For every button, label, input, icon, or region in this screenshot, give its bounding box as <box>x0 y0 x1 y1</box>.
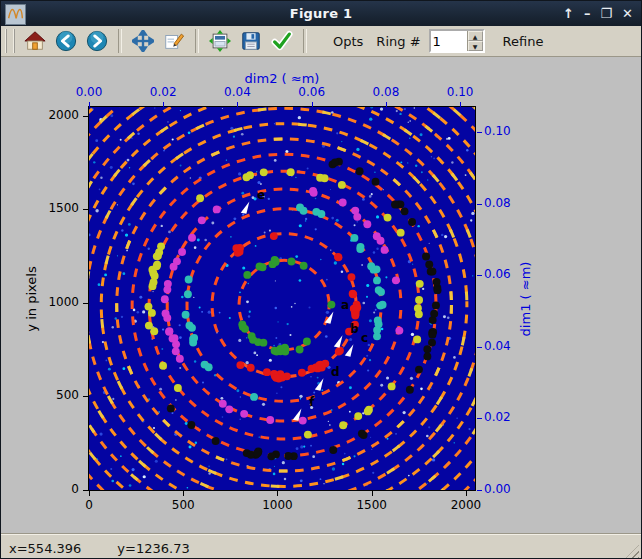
cursor-y-readout: y=1236.73 <box>117 541 189 556</box>
opts-button[interactable]: Opts <box>328 34 368 49</box>
statusbar: x=554.396 y=1236.73 <box>1 534 641 559</box>
tick-label: 0.00 <box>484 482 528 496</box>
tick-mark <box>477 490 482 491</box>
tick-label: 0 <box>27 482 79 496</box>
tick-label: 1000 <box>252 498 302 512</box>
top-axis-label: dim2 ( ≈m) <box>89 71 475 86</box>
tick-mark <box>83 303 88 304</box>
forward-button[interactable] <box>83 27 111 55</box>
titlebar[interactable]: Figure 1 ↑ – ❐ ✕ <box>1 1 641 26</box>
tick-label: 0.00 <box>69 85 109 99</box>
back-icon <box>55 30 77 52</box>
maximize-button[interactable]: ❐ <box>600 1 612 26</box>
tick-mark <box>277 491 278 496</box>
tick-mark <box>312 102 313 107</box>
toolbar-separator <box>118 29 122 53</box>
toolbar-drag-handle[interactable] <box>5 29 15 53</box>
ring-number-label: Ring # <box>371 34 425 49</box>
forward-icon <box>86 30 108 52</box>
cursor-x-readout: x=554.396 <box>9 541 81 556</box>
resize-grip[interactable] <box>625 545 639 559</box>
apply-check-icon <box>271 30 293 52</box>
tick-label: 2000 <box>441 498 491 512</box>
tick-label: 0.04 <box>217 85 257 99</box>
plot-canvas[interactable]: abcdef <box>88 106 476 491</box>
tick-mark <box>237 102 238 107</box>
tick-mark <box>477 204 482 205</box>
tick-label: 0.10 <box>484 124 528 138</box>
shade-button[interactable]: ↑ <box>563 1 574 26</box>
figure-window: Figure 1 ↑ – ❐ ✕ <box>0 0 642 559</box>
toolbar-separator <box>195 29 199 53</box>
tick-mark <box>477 418 482 419</box>
tick-mark <box>83 116 88 117</box>
tick-label: 0.08 <box>366 85 406 99</box>
svg-text:f: f <box>309 395 315 409</box>
refine-button[interactable]: Refine <box>498 34 549 49</box>
toolbar-separator <box>303 29 307 53</box>
tick-mark <box>89 102 90 107</box>
tick-mark <box>89 491 90 496</box>
tick-label: 0.02 <box>143 85 183 99</box>
tick-mark <box>460 102 461 107</box>
tick-label: 1500 <box>27 201 79 215</box>
tick-mark <box>477 347 482 348</box>
tick-mark <box>183 491 184 496</box>
window-title: Figure 1 <box>1 6 641 21</box>
tick-mark <box>83 209 88 210</box>
minimize-button[interactable]: – <box>584 1 591 26</box>
tick-label: 0.02 <box>484 410 528 424</box>
ring-number-input[interactable] <box>431 31 467 51</box>
close-button[interactable]: ✕ <box>622 1 633 26</box>
edit-icon <box>163 30 185 52</box>
apply-button[interactable] <box>268 27 296 55</box>
tick-label: 1000 <box>27 295 79 309</box>
toolbar: Opts Ring # ▲ ▼ Refine <box>1 26 641 57</box>
tick-mark <box>466 491 467 496</box>
tick-label: 0 <box>64 498 114 512</box>
spin-up-button[interactable]: ▲ <box>468 31 483 41</box>
tick-label: 1500 <box>347 498 397 512</box>
tick-label: 500 <box>27 388 79 402</box>
tick-mark <box>386 102 387 107</box>
tick-mark <box>372 491 373 496</box>
tick-mark <box>477 132 482 133</box>
tick-label: 0.10 <box>440 85 480 99</box>
tick-label: 0.06 <box>292 85 332 99</box>
back-button[interactable] <box>52 27 80 55</box>
home-icon <box>24 30 46 52</box>
spin-down-button[interactable]: ▼ <box>468 41 483 51</box>
tick-label: 0.08 <box>484 196 528 210</box>
save-icon <box>240 30 262 52</box>
tick-label: 0.04 <box>484 339 528 353</box>
tick-mark <box>163 102 164 107</box>
svg-text:c: c <box>361 331 368 345</box>
subplots-icon <box>209 30 231 52</box>
svg-text:d: d <box>331 365 340 379</box>
tick-mark <box>477 275 482 276</box>
tick-label: 2000 <box>27 108 79 122</box>
svg-text:b: b <box>350 322 359 336</box>
tick-label: 500 <box>158 498 208 512</box>
save-button[interactable] <box>237 27 265 55</box>
edit-button[interactable] <box>160 27 188 55</box>
svg-text:e: e <box>257 188 265 202</box>
tick-mark <box>83 396 88 397</box>
pan-icon <box>132 30 154 52</box>
home-button[interactable] <box>21 27 49 55</box>
svg-text:a: a <box>341 298 349 312</box>
configure-subplots-button[interactable] <box>206 27 234 55</box>
tick-mark <box>83 490 88 491</box>
tick-label: 0.06 <box>484 267 528 281</box>
ring-number-spinbox[interactable]: ▲ ▼ <box>429 29 485 53</box>
figure-canvas: abcdef dim2 ( ≈m) y in pixels dim1 ( ≈m)… <box>1 57 641 534</box>
pan-button[interactable] <box>129 27 157 55</box>
